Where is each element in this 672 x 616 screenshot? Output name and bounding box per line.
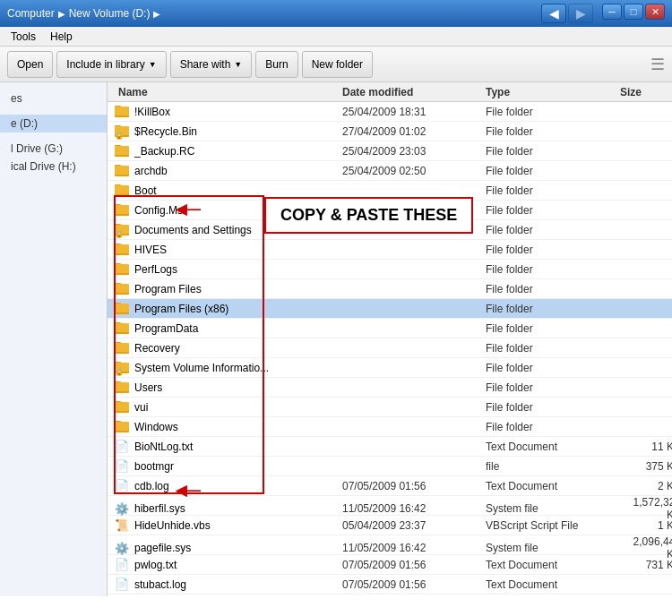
svg-rect-23 <box>115 244 129 253</box>
file-name-cell: ⚙️ hiberfil.sys <box>115 502 339 516</box>
col-size[interactable]: Size <box>616 86 672 98</box>
breadcrumb-volume[interactable]: New Volume (D:) <box>69 7 151 20</box>
vbs-icon: 📜 <box>115 518 129 532</box>
breadcrumb-sep1: ▶ <box>58 9 65 19</box>
file-type: File folder <box>482 421 616 433</box>
menu-help[interactable]: Help <box>43 29 80 45</box>
nav-forward-button[interactable]: ▶ <box>568 4 593 23</box>
table-row[interactable]: HIVES File folder <box>108 240 672 260</box>
table-row[interactable]: archdb 25/04/2009 02:50 File folder <box>108 161 672 181</box>
burn-button[interactable]: Burn <box>255 51 297 78</box>
file-name-cell: 📄 BioNtLog.txt <box>115 440 339 453</box>
include-library-button[interactable]: Include in library ▼ <box>56 51 166 78</box>
share-with-button[interactable]: Share with ▼ <box>170 51 253 78</box>
svg-rect-47 <box>115 402 129 411</box>
file-type: File folder <box>482 204 616 217</box>
folder-icon <box>115 144 129 158</box>
menu-tools[interactable]: Tools <box>4 29 43 45</box>
new-folder-button[interactable]: New folder <box>302 51 373 78</box>
table-row[interactable]: Users File folder <box>108 378 672 398</box>
file-type: System file <box>482 542 616 554</box>
sidebar-item-es[interactable]: es <box>0 90 107 107</box>
table-row[interactable]: ProgramData File folder <box>108 319 672 338</box>
table-row[interactable]: 🔒 System Volume Informatio... File folde… <box>108 358 672 378</box>
file-type: File folder <box>482 381 616 394</box>
file-name-cell: 🔒 System Volume Informatio... <box>115 361 339 375</box>
table-row[interactable]: Program Files (x86) File folder <box>108 299 672 319</box>
col-date[interactable]: Date modified <box>339 86 482 98</box>
file-name-text: pwlog.txt <box>134 559 177 571</box>
file-type: File folder <box>482 322 616 335</box>
annotation-box: COPY & PASTE THESE <box>264 197 473 234</box>
file-type: File folder <box>482 244 616 256</box>
file-size: 1,572,328 KB <box>616 496 672 521</box>
share-with-arrow: ▼ <box>234 60 242 69</box>
table-row[interactable]: 📄 bootmgr file 375 KB <box>108 457 672 476</box>
minimize-button[interactable]: ─ <box>602 4 622 20</box>
txt-icon: 📄 <box>115 440 129 453</box>
bootmgr-arrow: ◀— <box>176 482 201 499</box>
file-type: System file <box>482 502 616 515</box>
table-row[interactable]: !KillBox 25/04/2009 18:31 File folder <box>108 102 672 122</box>
file-name-text: Program Files <box>134 283 202 295</box>
table-row[interactable]: 🔒 $Recycle.Bin 27/04/2009 01:02 File fol… <box>108 122 672 141</box>
folder-icon <box>115 302 129 316</box>
folder-icon: 🔒 <box>115 361 129 375</box>
svg-rect-26 <box>115 264 129 273</box>
breadcrumb-sep2: ▶ <box>153 9 160 19</box>
view-toggle-button[interactable]: ☰ <box>650 55 665 74</box>
file-date: 25/04/2009 23:03 <box>339 145 482 158</box>
file-name-text: archdb <box>134 165 168 177</box>
col-name[interactable]: Name <box>115 86 339 98</box>
file-list-area: Name Date modified Type Size !KillBox 25… <box>108 82 672 596</box>
close-button[interactable]: ✕ <box>645 4 665 20</box>
file-name-text: PerfLogs <box>134 263 177 276</box>
table-row[interactable]: Recovery File folder <box>108 338 672 358</box>
file-name-text: pagefile.sys <box>134 542 191 554</box>
file-name-cell: PerfLogs <box>115 262 339 277</box>
file-type: File folder <box>482 342 616 355</box>
file-date: 25/04/2009 18:31 <box>339 106 482 118</box>
table-row[interactable]: Windows File folder <box>108 417 672 437</box>
folder-icon <box>115 282 129 296</box>
file-name-cell: HIVES <box>115 243 339 257</box>
table-row[interactable]: 📜 HideUnhide.vbs 05/04/2009 23:37 VBScri… <box>108 516 672 535</box>
file-type: file <box>482 460 616 473</box>
svg-rect-32 <box>115 304 129 312</box>
sidebar-item-d-drive[interactable]: e (D:) <box>0 115 107 133</box>
table-row[interactable]: 📄 stubact.log 07/05/2009 01:56 Text Docu… <box>108 575 672 595</box>
nav-back-button[interactable]: ◀ <box>541 4 566 23</box>
table-row[interactable]: ⚙️ hiberfil.sys 11/05/2009 16:42 System … <box>108 496 672 516</box>
svg-rect-35 <box>115 323 129 332</box>
file-name-text: hiberfil.sys <box>134 502 185 515</box>
table-row[interactable]: 📄 pwlog.txt 07/05/2009 01:56 Text Docume… <box>108 555 672 575</box>
table-row[interactable]: 📄 BioNtLog.txt Text Document 11 KB <box>108 437 672 457</box>
file-size: 375 KB <box>616 460 672 473</box>
folder-icon <box>115 105 129 119</box>
main-area: es e (D:) l Drive (G:) ical Drive (H:) N… <box>0 82 672 596</box>
file-name-cell: ⚙️ pagefile.sys <box>115 542 339 555</box>
file-name-text: Recovery <box>134 342 180 355</box>
table-row[interactable]: vui File folder <box>108 398 672 417</box>
folder-icon <box>115 243 129 257</box>
maximize-button[interactable]: □ <box>624 4 643 20</box>
include-library-arrow: ▼ <box>149 60 157 69</box>
file-name-text: vui <box>134 401 148 414</box>
txt-icon: 📄 <box>115 479 129 492</box>
table-row[interactable]: Program Files File folder <box>108 279 672 299</box>
table-row[interactable]: PerfLogs File folder <box>108 260 672 279</box>
table-row[interactable]: _Backup.RC 25/04/2009 23:03 File folder <box>108 141 672 161</box>
file-name-text: _Backup.RC <box>134 145 194 158</box>
file-name-cell: !KillBox <box>115 105 339 119</box>
file-name-cell: 📄 bootmgr <box>115 459 339 473</box>
breadcrumb-computer[interactable]: Computer <box>7 7 55 20</box>
file-name-text: $Recycle.Bin <box>134 125 197 138</box>
open-button[interactable]: Open <box>7 51 53 78</box>
sidebar-item-h-drive[interactable]: ical Drive (H:) <box>0 158 107 175</box>
sys-icon: ⚙️ <box>115 542 129 555</box>
file-type: File folder <box>482 283 616 295</box>
table-row[interactable]: ⚙️ pagefile.sys 11/05/2009 16:42 System … <box>108 535 672 555</box>
col-type[interactable]: Type <box>482 86 616 98</box>
folder-icon <box>115 184 129 198</box>
sidebar-item-g-drive[interactable]: l Drive (G:) <box>0 140 107 158</box>
